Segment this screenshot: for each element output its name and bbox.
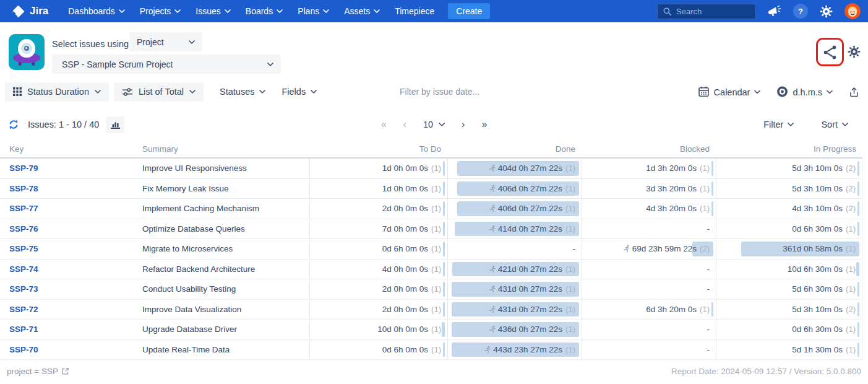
- chevron-down-icon: [323, 9, 329, 13]
- help-icon[interactable]: ?: [793, 4, 808, 19]
- project-select[interactable]: SSP - Sample Scrum Project: [52, 55, 281, 74]
- column-header-key: Key: [0, 144, 142, 154]
- chevron-down-icon: [374, 9, 380, 13]
- chevron-down-icon: [189, 90, 196, 94]
- issue-key-link[interactable]: SSP-71: [0, 320, 142, 339]
- nav-item[interactable]: Plans: [298, 6, 329, 16]
- issue-summary: Update Real-Time Data: [142, 340, 309, 360]
- admin-gear-icon[interactable]: [820, 5, 833, 18]
- pagination-row: Issues: 1 - 10 / 40 « ‹ 10 › » Filter So…: [0, 114, 868, 135]
- jira-brand[interactable]: Jira: [11, 4, 48, 19]
- calendar-dropdown[interactable]: Calendar: [698, 86, 761, 98]
- fields-label: Fields: [281, 87, 306, 97]
- view-mode-label: List of Total: [139, 87, 184, 97]
- duration-bar: [711, 302, 713, 317]
- runner-icon: [622, 245, 630, 253]
- duration-cell-inprogress: 0d 6h 30m 0s(1): [716, 219, 862, 239]
- duration-bar: [857, 302, 859, 317]
- issue-key-link[interactable]: SSP-78: [0, 179, 142, 199]
- issue-key-link[interactable]: SSP-77: [0, 199, 142, 219]
- issue-key-link[interactable]: SSP-73: [0, 279, 142, 299]
- sort-dropdown[interactable]: Sort: [821, 120, 848, 129]
- nav-item[interactable]: Assets: [344, 6, 380, 16]
- nav-item[interactable]: Boards: [246, 6, 283, 16]
- duration-cell-inprogress: 10d 6h 30m 0s(1): [716, 260, 862, 279]
- search-icon: [663, 7, 672, 16]
- duration-cell-done: 443d 23h 27m 22s(1): [447, 340, 582, 360]
- duration-bar: [711, 181, 713, 196]
- duration-cell-blocked: -: [582, 219, 716, 239]
- duration-cell-done: -: [447, 239, 582, 259]
- filter-dropdown[interactable]: Filter: [763, 120, 794, 129]
- search-input[interactable]: [676, 7, 744, 16]
- nav-item[interactable]: Projects: [140, 6, 181, 16]
- announcements-megaphone-icon[interactable]: [768, 5, 781, 17]
- runner-icon: [488, 225, 496, 233]
- first-page-button[interactable]: «: [381, 119, 387, 130]
- duration-cell-todo: 2d 0h 0m 0s(1): [309, 199, 447, 219]
- duration-cell-todo: 0d 6h 0m 0s(1): [309, 340, 447, 360]
- statuses-dropdown[interactable]: Statuses: [220, 87, 265, 97]
- create-button[interactable]: Create: [448, 3, 490, 19]
- page-size-dropdown[interactable]: 10: [423, 120, 445, 129]
- table-row: SSP-74 Refactor Backend Architecture 4d …: [0, 260, 862, 280]
- issue-summary: Optimize Database Queries: [142, 219, 309, 239]
- issue-source-select[interactable]: Project: [129, 32, 202, 51]
- issue-summary: Refactor Backend Architecture: [142, 260, 309, 279]
- chevron-down-icon: [311, 90, 317, 94]
- duration-bar: [857, 161, 859, 176]
- duration-bar: [857, 322, 859, 337]
- nav-item[interactable]: Dashboards: [68, 6, 125, 16]
- refresh-icon[interactable]: [7, 118, 20, 131]
- runner-icon: [488, 285, 496, 293]
- last-page-button[interactable]: »: [481, 119, 487, 130]
- issue-summary: Upgrade Database Driver: [142, 320, 309, 339]
- issue-key-link[interactable]: SSP-76: [0, 219, 142, 239]
- report-settings-gear-button[interactable]: [848, 45, 861, 58]
- jql-query-link[interactable]: project = SSP: [7, 367, 69, 376]
- issue-key-link[interactable]: SSP-72: [0, 300, 142, 320]
- issue-key-link[interactable]: SSP-75: [0, 239, 142, 259]
- duration-cell-done: 436d 0h 27m 22s(1): [447, 320, 582, 339]
- nav-item[interactable]: Issues: [196, 6, 230, 16]
- fields-dropdown[interactable]: Fields: [281, 87, 317, 97]
- duration-cell-inprogress: 5d 3h 10m 0s(2): [716, 159, 862, 178]
- duration-cell-todo: 10d 0h 0m 0s(1): [309, 320, 447, 339]
- nav-item-label: Boards: [246, 6, 273, 16]
- statuses-label: Statuses: [220, 87, 254, 97]
- issue-key-link[interactable]: SSP-74: [0, 260, 142, 279]
- duration-cell-todo: 1d 0h 0m 0s(1): [309, 159, 447, 178]
- duration-bar: [857, 222, 859, 237]
- duration-bar: [856, 262, 859, 277]
- chart-view-button[interactable]: [106, 116, 124, 133]
- select-issues-label: Select issues using: [52, 39, 129, 49]
- report-footer: project = SSP Report Date: 2024-05-09 12…: [0, 367, 868, 376]
- chevron-down-icon: [225, 9, 231, 13]
- next-page-button[interactable]: ›: [462, 119, 465, 130]
- runner-icon: [483, 346, 491, 354]
- view-mode-dropdown[interactable]: List of Total: [114, 82, 204, 102]
- time-format-dropdown[interactable]: d.h.m.s: [776, 86, 833, 98]
- export-icon[interactable]: [849, 86, 859, 97]
- issue-key-link[interactable]: SSP-70: [0, 340, 142, 360]
- table-row: SSP-76 Optimize Database Queries 7d 0h 0…: [0, 219, 862, 240]
- duration-bar: [443, 282, 445, 297]
- share-button[interactable]: [822, 44, 838, 61]
- chevron-down-icon: [788, 123, 794, 126]
- issue-summary: Migrate to Microservices: [142, 239, 309, 259]
- chevron-down-icon: [842, 123, 848, 126]
- brand-label: Jira: [30, 5, 48, 17]
- global-search[interactable]: [657, 4, 756, 19]
- nav-item[interactable]: Timepiece: [395, 6, 434, 16]
- prev-page-button[interactable]: ‹: [403, 119, 406, 130]
- report-type-dropdown[interactable]: Status Duration: [5, 82, 109, 102]
- duration-cell-blocked: 4d 3h 20m 0s(1): [582, 199, 716, 219]
- issue-key-link[interactable]: SSP-79: [0, 159, 142, 178]
- chevron-down-icon: [119, 9, 125, 13]
- issue-date-filter[interactable]: Filter by issue date...: [400, 87, 479, 97]
- duration-bar: [443, 262, 445, 277]
- duration-cell-todo: 2d 0h 0m 0s(1): [309, 279, 447, 299]
- runner-icon: [488, 265, 496, 273]
- table-row: SSP-77 Implement Caching Mechanism 2d 0h…: [0, 199, 862, 219]
- user-avatar[interactable]: [844, 3, 861, 19]
